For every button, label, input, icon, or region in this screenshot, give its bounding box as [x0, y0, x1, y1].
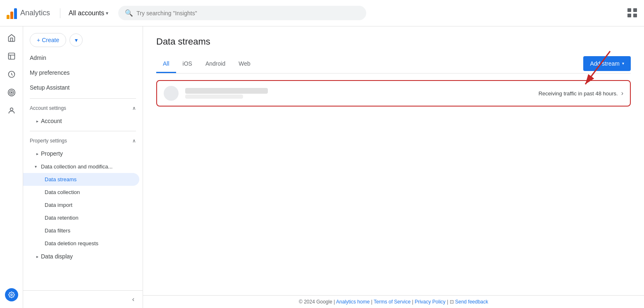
stream-url-blurred: [185, 95, 243, 99]
account-expand-icon: ▸: [36, 119, 38, 123]
account-label: Account: [41, 118, 62, 124]
settings-circle-button[interactable]: [5, 288, 18, 301]
tabs-bar: All iOS Android Web Add stream ▾: [156, 55, 631, 73]
property-expand-icon: ▸: [36, 152, 38, 156]
footer-analytics-home-link[interactable]: Analytics home: [336, 299, 370, 305]
create-button[interactable]: + Create: [30, 33, 66, 47]
account-selector[interactable]: All accounts ▾: [65, 7, 112, 19]
footer-feedback-link[interactable]: Send feedback: [455, 299, 488, 305]
tab-android[interactable]: Android: [199, 55, 232, 73]
data-retention-nav-item[interactable]: Data retention: [23, 211, 143, 224]
footer-copyright: © 2024 Google: [299, 299, 332, 305]
create-chevron-down-icon: ▾: [75, 37, 78, 43]
tab-all[interactable]: All: [156, 55, 176, 73]
logo-bar-2: [10, 12, 13, 19]
tab-ios[interactable]: iOS: [176, 55, 199, 73]
stream-status: Receiving traffic in past 48 hours.: [539, 90, 618, 97]
sidebar-explore-icon[interactable]: [3, 66, 20, 83]
data-display-nav-item[interactable]: ▸ Data display: [23, 250, 143, 263]
nav-divider-2: [30, 131, 136, 131]
content-wrapper: Data streams All iOS Android Web Add str…: [143, 26, 644, 308]
grid-dot-1: [627, 8, 631, 12]
svg-point-5: [10, 108, 13, 111]
stream-name-area: [185, 88, 539, 99]
account-settings-header[interactable]: Account settings ∧: [23, 102, 143, 114]
grid-dot-3: [627, 14, 631, 17]
admin-nav-item[interactable]: Admin: [23, 50, 143, 65]
nav-divider-1: [30, 98, 136, 99]
search-input[interactable]: [136, 10, 360, 17]
data-collection-collapse-icon: ▾: [35, 164, 37, 169]
stream-avatar: [164, 86, 179, 101]
grid-dot-4: [633, 14, 637, 17]
svg-point-3: [10, 90, 14, 95]
add-stream-label: Add stream: [590, 60, 620, 67]
content-area: Data streams All iOS Android Web Add str…: [143, 26, 644, 295]
account-settings-label: Account settings: [30, 105, 66, 111]
page-title: Data streams: [156, 36, 631, 47]
create-plus-icon: +: [37, 37, 40, 43]
tab-web[interactable]: Web: [232, 55, 257, 73]
top-nav-right: [627, 8, 637, 18]
account-nav-item[interactable]: ▸ Account: [23, 114, 143, 128]
top-navigation: Analytics All accounts ▾ 🔍: [0, 0, 644, 26]
my-preferences-nav-item[interactable]: My preferences: [23, 65, 143, 80]
data-streams-nav-item[interactable]: Data streams: [23, 173, 139, 186]
logo-bar-3: [14, 8, 17, 19]
data-collection-label: Data collection and modifica...: [41, 163, 112, 170]
collapse-sidebar-button[interactable]: ‹: [131, 294, 136, 305]
stream-row[interactable]: Receiving traffic in past 48 hours. ›: [156, 80, 631, 107]
data-display-expand-icon: ▸: [36, 254, 38, 259]
account-settings-collapse-icon: ∧: [132, 105, 136, 111]
search-bar: 🔍: [118, 6, 366, 20]
sidebar-home-icon[interactable]: [3, 30, 20, 46]
footer-feedback-icon: ⊡: [450, 299, 455, 305]
data-import-nav-item[interactable]: Data import: [23, 199, 143, 211]
main-layout: + Create ▾ Admin My preferences Setup As…: [0, 26, 644, 308]
create-label: Create: [42, 37, 59, 43]
data-filters-nav-item[interactable]: Data filters: [23, 224, 143, 237]
grid-dot-2: [633, 8, 637, 12]
property-settings-label: Property settings: [30, 138, 67, 144]
stream-list: Receiving traffic in past 48 hours. ›: [156, 80, 631, 107]
data-display-label: Data display: [41, 253, 73, 260]
icon-sidebar: [0, 26, 23, 308]
add-stream-chevron-down-icon: ▾: [622, 61, 624, 66]
data-collection-sub-nav-item[interactable]: Data collection: [23, 186, 143, 199]
logo-icon: [7, 7, 17, 19]
sidebar-chart-icon[interactable]: [3, 48, 20, 64]
nav-sidebar-footer: ‹: [23, 290, 143, 308]
sidebar-target-icon[interactable]: [3, 84, 20, 101]
apps-grid-icon[interactable]: [627, 8, 637, 18]
stream-name-blurred: [185, 88, 268, 94]
data-collection-nav-item[interactable]: ▾ Data collection and modifica...: [23, 160, 143, 173]
main-content: Data streams All iOS Android Web Add str…: [143, 26, 644, 308]
property-settings-collapse-icon: ∧: [132, 138, 136, 144]
app-logo: Analytics: [7, 7, 52, 19]
account-chevron-down-icon: ▾: [106, 10, 108, 16]
stream-chevron-right-icon: ›: [621, 90, 623, 97]
setup-assistant-nav-item[interactable]: Setup Assistant: [23, 80, 143, 95]
search-icon: 🔍: [125, 9, 133, 17]
property-settings-header[interactable]: Property settings ∧: [23, 135, 143, 147]
app-name: Analytics: [20, 9, 50, 17]
svg-rect-0: [8, 53, 14, 59]
footer-terms-link[interactable]: Terms of Service: [374, 299, 410, 305]
svg-point-6: [11, 294, 12, 296]
account-name: All accounts: [69, 9, 104, 17]
svg-point-4: [11, 92, 12, 93]
sidebar-audience-icon[interactable]: [3, 102, 20, 119]
create-dropdown-button[interactable]: ▾: [69, 33, 83, 47]
icon-sidebar-bottom: [5, 288, 18, 301]
property-label: Property: [41, 150, 63, 157]
page-footer: © 2024 Google | Analytics home | Terms o…: [143, 295, 644, 308]
logo-bar-1: [7, 15, 10, 19]
nav-divider: [60, 8, 60, 18]
add-stream-button[interactable]: Add stream ▾: [583, 56, 631, 71]
nav-sidebar: + Create ▾ Admin My preferences Setup As…: [23, 26, 143, 308]
property-nav-item[interactable]: ▸ Property: [23, 147, 143, 160]
tabs-list: All iOS Android Web: [156, 55, 257, 73]
data-deletion-requests-nav-item[interactable]: Data deletion requests: [23, 237, 143, 250]
nav-sidebar-header: + Create ▾: [23, 26, 143, 50]
footer-privacy-link[interactable]: Privacy Policy: [415, 299, 446, 305]
